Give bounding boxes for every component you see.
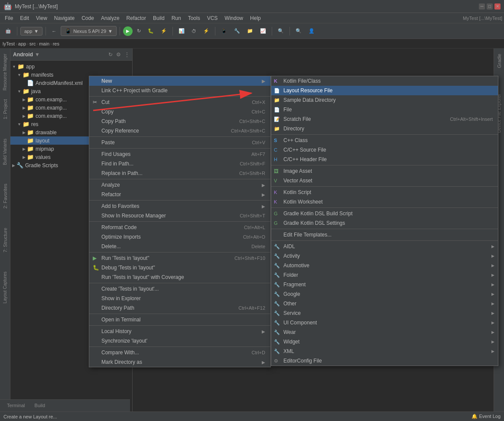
ctx-add-favorites[interactable]: Add to Favorites ▶ (89, 201, 270, 211)
sub-cpp-class[interactable]: S C++ Class (271, 136, 498, 145)
menu-window[interactable]: Window (221, 14, 246, 22)
menu-edit[interactable]: Edit (17, 14, 32, 22)
menu-code[interactable]: Code (78, 14, 97, 22)
ctx-compare-with[interactable]: Compare With... Ctrl+D (89, 348, 270, 357)
resource-manager-tab[interactable]: Resource Manager (1, 50, 9, 94)
ctx-synchronize[interactable]: Synchronize 'layout' (89, 336, 270, 346)
ctx-link-cpp[interactable]: Link C++ Project with Gradle (89, 86, 270, 95)
menu-analyze[interactable]: Analyze (98, 14, 123, 22)
sub-file[interactable]: 📄 File (271, 105, 498, 114)
ctx-find-in-path[interactable]: Find in Path... Ctrl+Shift+F (89, 159, 270, 168)
coverage-btn[interactable]: 📊 (176, 27, 187, 35)
sub-gradle-build[interactable]: G Gradle Kotlin DSL Build Script (271, 209, 498, 218)
filter-icon[interactable]: ⚙ (116, 52, 121, 58)
sub-google[interactable]: 🔧 Google (271, 289, 498, 299)
sub-cpp-source[interactable]: C C/C++ Source File (271, 145, 498, 155)
project-tab[interactable]: 1: Project (1, 96, 10, 123)
android-icon-btn[interactable]: 🤖 (3, 27, 14, 35)
maximize-button[interactable]: □ (487, 3, 493, 10)
device-file-btn[interactable]: 📁 (244, 27, 256, 35)
ctx-open-terminal[interactable]: Open in Terminal (89, 315, 270, 324)
sub-vector-asset[interactable]: V Vector Asset (271, 176, 498, 185)
layout-inspector-btn[interactable]: 🔍 (275, 27, 286, 35)
ctx-paste[interactable]: Paste Ctrl+V (89, 138, 270, 147)
menu-view[interactable]: View (33, 14, 50, 22)
sub-activity[interactable]: 🔧 Activity (271, 251, 498, 261)
menu-help[interactable]: Help (247, 14, 264, 22)
breadcrumb-project[interactable]: lyTest (3, 41, 15, 46)
ctx-create-tests[interactable]: Create 'Tests in 'layout'... (89, 284, 270, 294)
sub-automotive[interactable]: 🔧 Automotive (271, 261, 498, 270)
sub-image-asset[interactable]: 🖼 Image Asset (271, 166, 498, 176)
energy-btn[interactable]: ⚡ (201, 27, 212, 35)
ctx-mark-directory[interactable]: Mark Directory as ▶ (89, 357, 270, 367)
debug-button[interactable]: 🐛 (145, 27, 156, 35)
attach-debug-btn[interactable]: ⚡ (158, 27, 169, 35)
sub-gradle-settings[interactable]: G Gradle Kotlin DSL Settings (271, 218, 498, 228)
ctx-copy[interactable]: Copy Ctrl+C (89, 107, 270, 117)
ctx-copy-path[interactable]: Copy Path Ctrl+Shift+C (89, 117, 270, 126)
ctx-reformat[interactable]: Reformat Code Ctrl+Alt+L (89, 223, 270, 232)
sub-ui-component[interactable]: 🔧 UI Component (271, 318, 498, 327)
menu-file[interactable]: File (2, 14, 16, 22)
close-button[interactable]: ✕ (494, 3, 501, 10)
menu-navigate[interactable]: Navigate (51, 14, 78, 22)
sub-folder[interactable]: 🔧 Folder (271, 270, 498, 280)
sync-button[interactable]: ↻ (134, 27, 143, 35)
sub-layout-resource[interactable]: 📄 Layout Resource File (271, 86, 498, 95)
sub-kotlin-file[interactable]: K Kotlin File/Class (271, 76, 498, 86)
device-dropdown[interactable]: 📱 Nexus 5 API 29 ▼ (61, 26, 117, 36)
ctx-optimize-imports[interactable]: Optimize Imports Ctrl+Alt+O (89, 232, 270, 242)
project-dropdown[interactable]: app ▼ (20, 27, 42, 36)
build-tab[interactable]: Build (30, 401, 49, 411)
ctx-refactor[interactable]: Refactor ▶ (89, 190, 270, 199)
sub-widget[interactable]: 🔧 Widget (271, 337, 498, 347)
sub-sample-data-dir[interactable]: 📁 Sample Data Directory (271, 95, 498, 105)
minimize-button[interactable]: ─ (479, 3, 485, 10)
ctx-show-resource-mgr[interactable]: Show In Resource Manager Ctrl+Shift+T (89, 211, 270, 220)
structure-tab[interactable]: 7: Structure (1, 224, 10, 256)
ctx-debug-tests[interactable]: 🐛 Debug 'Tests in 'layout'' (89, 263, 270, 272)
ctx-run-with-coverage[interactable]: Run 'Tests in 'layout'' with Coverage (89, 272, 270, 282)
ctx-show-explorer[interactable]: Show in Explorer (89, 294, 270, 303)
settings-btn[interactable]: 👤 (306, 27, 317, 35)
menu-vcs[interactable]: VCS (204, 14, 221, 22)
sub-cpp-header[interactable]: H C/C++ Header File (271, 155, 498, 164)
sdk-manager-btn[interactable]: 🔧 (231, 27, 243, 35)
profile-btn[interactable]: ⏱ (189, 27, 199, 35)
run-button[interactable]: ▶ (123, 26, 133, 36)
tree-item-app[interactable]: ▼ 📁 app (10, 62, 132, 71)
menu-build[interactable]: Build (150, 14, 168, 22)
sub-kotlin-script[interactable]: K Kotlin Script (271, 188, 498, 197)
sub-editorconfig[interactable]: ⚙ EditorConfig File (271, 356, 498, 366)
profiler-btn[interactable]: 📈 (257, 27, 269, 35)
back-btn[interactable]: ← (49, 27, 59, 35)
breadcrumb-res[interactable]: res (53, 41, 59, 46)
sub-xml[interactable]: 🔧 XML (271, 347, 498, 356)
sub-other[interactable]: 🔧 Other (271, 299, 498, 308)
ctx-cut[interactable]: ✂ Cut Ctrl+X (89, 97, 270, 107)
ctx-run-tests[interactable]: ▶ Run 'Tests in 'layout'' Ctrl+Shift+F10 (89, 253, 270, 263)
sub-fragment[interactable]: 🔧 Fragment (271, 280, 498, 289)
gradle-tab[interactable]: Gradle (495, 50, 504, 71)
ctx-analyze[interactable]: Analyze ▶ (89, 180, 270, 190)
menu-run[interactable]: Run (169, 14, 184, 22)
event-log[interactable]: 🔔 Event Log (471, 414, 501, 419)
ctx-local-history[interactable]: Local History ▶ (89, 327, 270, 336)
build-variants-tab[interactable]: Build Variants (1, 135, 9, 168)
android-dropdown-icon[interactable]: ▼ (35, 52, 40, 58)
menu-tools[interactable]: Tools (185, 14, 203, 22)
sub-scratch-file[interactable]: 📝 Scratch File Ctrl+Alt+Shift+Insert (271, 114, 498, 124)
sub-edit-templates[interactable]: Edit File Templates... (271, 230, 498, 240)
ctx-directory-path[interactable]: Directory Path Ctrl+Alt+F12 (89, 303, 270, 313)
favorites-tab[interactable]: 2: Favorites (1, 180, 10, 212)
more-icon[interactable]: ⋮ (124, 52, 130, 58)
sync-icon[interactable]: ↻ (108, 52, 113, 58)
ctx-new[interactable]: New ▶ (89, 76, 270, 86)
sub-wear[interactable]: 🔧 Wear (271, 327, 498, 337)
sub-aidl[interactable]: 🔧 AIDL (271, 242, 498, 251)
ctx-copy-ref[interactable]: Copy Reference Ctrl+Alt+Shift+C (89, 126, 270, 136)
sub-directory[interactable]: 📁 Directory (271, 124, 498, 133)
breadcrumb-src[interactable]: src (29, 41, 36, 46)
layout-captures-tab[interactable]: Layout Captures (1, 268, 9, 307)
